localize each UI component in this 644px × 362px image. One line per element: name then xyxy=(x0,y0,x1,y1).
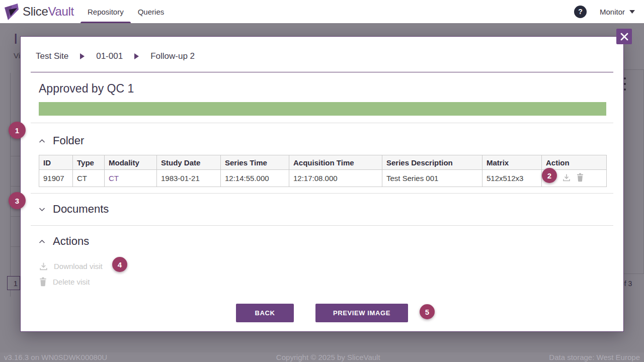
help-icon-glyph: ? xyxy=(578,8,583,16)
actions-section-header[interactable]: Actions xyxy=(39,234,89,249)
status-heading: Approved by QC 1 xyxy=(39,82,134,96)
section-divider xyxy=(31,193,613,194)
col-type: Type xyxy=(73,155,105,170)
brand-name: SliceVault xyxy=(23,5,74,19)
series-table: ID Type Modality Study Date Series Time … xyxy=(39,155,607,187)
brand-name-primary: Slice xyxy=(23,5,48,18)
series-table-wrap: ID Type Modality Study Date Series Time … xyxy=(39,155,606,187)
trash-icon[interactable] xyxy=(576,173,584,182)
col-series-time: Series Time xyxy=(221,155,289,170)
folder-section-title: Folder xyxy=(53,134,84,147)
tab-queries-label: Queries xyxy=(138,8,165,16)
nav-tabs: Repository Queries xyxy=(80,0,171,23)
breadcrumb-subject[interactable]: 01-001 xyxy=(96,51,123,61)
chevron-up-icon xyxy=(39,139,45,143)
brand-logo[interactable]: SliceVault xyxy=(0,3,76,21)
cell-series-time: 12:14:55.000 xyxy=(221,170,289,187)
arrow-right-icon xyxy=(134,53,139,59)
download-icon[interactable] xyxy=(562,173,571,182)
help-icon[interactable]: ? xyxy=(574,6,587,18)
cell-series-description: Test Series 001 xyxy=(382,170,482,187)
visit-detail-modal: Test Site 01-001 Follow-up 2 Approved by… xyxy=(20,36,624,332)
chevron-up-icon xyxy=(39,239,45,244)
cell-study-date: 1983-01-21 xyxy=(157,170,221,187)
footer-version: v3.16.3 on WN0SDWK00080U xyxy=(4,352,107,362)
footer-data-storage: Data storage: West Europe xyxy=(549,352,640,362)
annotation-badge-4: 4 xyxy=(112,257,127,272)
col-acquisition-time: Acquisition Time xyxy=(289,155,382,170)
breadcrumb-site[interactable]: Test Site xyxy=(36,51,68,61)
download-visit-label: Download visit xyxy=(54,262,103,270)
documents-section-header[interactable]: Documents xyxy=(39,202,109,217)
cell-modality: CT xyxy=(105,170,157,187)
modal-button-row: BACK PREVIEW IMAGE xyxy=(21,304,623,322)
trash-icon xyxy=(39,277,47,287)
delete-visit-action[interactable]: Delete visit xyxy=(39,275,90,288)
col-study-date: Study Date xyxy=(157,155,221,170)
modality-link[interactable]: CT xyxy=(109,174,119,183)
annotation-badge-2: 2 xyxy=(542,168,557,183)
close-button[interactable] xyxy=(616,29,632,44)
chevron-down-icon xyxy=(39,207,45,212)
preview-image-button[interactable]: PREVIEW IMAGE xyxy=(315,304,408,322)
cell-matrix: 512x512x3 xyxy=(482,170,542,187)
annotation-badge-5: 5 xyxy=(420,304,435,319)
chevron-down-icon xyxy=(629,10,635,14)
breadcrumb: Test Site 01-001 Follow-up 2 xyxy=(36,49,195,64)
brand-name-secondary: Vault xyxy=(48,5,74,18)
account-menu-label: Monitor xyxy=(600,8,625,16)
slicevault-logo-icon xyxy=(4,3,19,21)
table-row: 91907 CT CT 1983-01-21 12:14:55.000 12:1… xyxy=(39,170,607,187)
section-divider xyxy=(31,225,613,226)
back-button[interactable]: BACK xyxy=(236,304,294,322)
annotation-badge-1: 1 xyxy=(9,122,26,139)
delete-visit-label: Delete visit xyxy=(53,278,90,286)
col-id: ID xyxy=(39,155,73,170)
download-visit-action[interactable]: Download visit xyxy=(39,259,103,273)
status-progress-bar xyxy=(39,102,606,116)
col-action: Action xyxy=(542,155,607,170)
actions-section-title: Actions xyxy=(53,235,89,248)
table-header-row: ID Type Modality Study Date Series Time … xyxy=(39,155,607,170)
download-icon xyxy=(39,261,48,271)
breadcrumb-visit: Follow-up 2 xyxy=(150,51,195,61)
tab-repository-label: Repository xyxy=(88,8,124,16)
account-menu[interactable]: Monitor xyxy=(600,8,635,16)
cell-type: CT xyxy=(73,170,105,187)
section-divider xyxy=(31,123,613,123)
footer: v3.16.3 on WN0SDWK00080U Copyright © 202… xyxy=(0,352,644,362)
breadcrumb-divider xyxy=(31,72,613,72)
col-modality: Modality xyxy=(105,155,157,170)
cell-acquisition-time: 12:17:08.000 xyxy=(289,170,382,187)
annotation-badge-3: 3 xyxy=(9,192,26,209)
arrow-right-icon xyxy=(80,53,85,59)
col-series-description: Series Description xyxy=(382,155,482,170)
footer-copyright: Copyright © 2025 by SliceVault xyxy=(276,352,380,362)
cell-id: 91907 xyxy=(39,170,73,187)
top-navigation: SliceVault Repository Queries ? Monitor xyxy=(0,0,644,23)
active-tab-underline xyxy=(80,22,131,23)
tab-repository[interactable]: Repository xyxy=(80,0,131,23)
tab-queries[interactable]: Queries xyxy=(131,0,172,23)
close-icon xyxy=(620,33,628,41)
nav-right-controls: ? Monitor xyxy=(574,6,644,18)
col-matrix: Matrix xyxy=(482,155,542,170)
documents-section-title: Documents xyxy=(53,203,109,216)
folder-section-header[interactable]: Folder xyxy=(39,133,84,148)
